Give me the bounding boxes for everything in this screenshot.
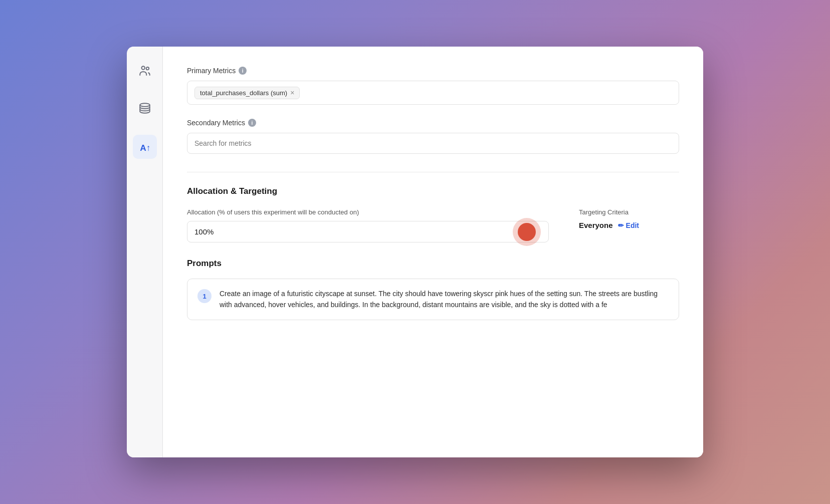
primary-metrics-label: Primary Metrics i — [187, 67, 679, 75]
svg-point-1 — [146, 67, 148, 70]
targeting-edit-button[interactable]: ✏ Edit — [618, 221, 639, 229]
secondary-metrics-text: Secondary Metrics — [187, 119, 245, 127]
targeting-right: Targeting Criteria Everyone ✏ Edit — [579, 208, 679, 229]
allocation-label: Allocation (% of users this experiment w… — [187, 208, 549, 216]
targeting-criteria-label: Targeting Criteria — [579, 208, 679, 216]
allocation-targeting-heading: Allocation & Targeting — [187, 186, 679, 196]
allocation-input-wrap — [187, 221, 549, 242]
primary-metrics-text: Primary Metrics — [187, 67, 236, 75]
allocation-targeting-row: Allocation (% of users this experiment w… — [187, 208, 679, 242]
svg-text:A↑: A↑ — [140, 143, 150, 153]
edit-label: Edit — [626, 221, 639, 229]
primary-metric-remove-button[interactable]: × — [290, 89, 294, 96]
section-divider — [187, 172, 679, 172]
secondary-metrics-label: Secondary Metrics i — [187, 119, 679, 127]
allocation-input[interactable] — [187, 221, 549, 242]
sidebar: A↑ — [127, 47, 163, 457]
prompts-heading: Prompts — [187, 259, 679, 269]
cursor-indicator — [513, 218, 541, 246]
pencil-icon: ✏ — [618, 221, 624, 229]
prompt-card: 1 Create an image of a futuristic citysc… — [187, 279, 679, 320]
secondary-metrics-info-icon[interactable]: i — [248, 119, 256, 127]
prompt-text: Create an image of a futuristic cityscap… — [220, 288, 669, 311]
prompt-number: 1 — [197, 289, 212, 303]
allocation-left: Allocation (% of users this experiment w… — [187, 208, 549, 242]
svg-point-0 — [141, 66, 145, 70]
app-window: A↑ Primary Metrics i total_purchases_dol… — [127, 47, 703, 457]
primary-metric-tag: total_purchases_dollars (sum) × — [194, 87, 300, 99]
targeting-value-row: Everyone ✏ Edit — [579, 221, 679, 229]
sidebar-item-users[interactable] — [133, 59, 157, 83]
sidebar-item-ai[interactable]: A↑ — [133, 135, 157, 159]
sidebar-item-database[interactable] — [133, 97, 157, 121]
primary-metrics-field[interactable]: total_purchases_dollars (sum) × — [187, 81, 679, 105]
primary-metric-tag-label: total_purchases_dollars (sum) — [200, 89, 287, 97]
svg-point-2 — [140, 103, 150, 107]
secondary-metrics-search[interactable] — [187, 133, 679, 154]
targeting-value: Everyone — [579, 221, 613, 229]
cursor-dot — [518, 223, 536, 241]
primary-metrics-info-icon[interactable]: i — [239, 67, 247, 75]
main-content: Primary Metrics i total_purchases_dollar… — [163, 47, 703, 457]
